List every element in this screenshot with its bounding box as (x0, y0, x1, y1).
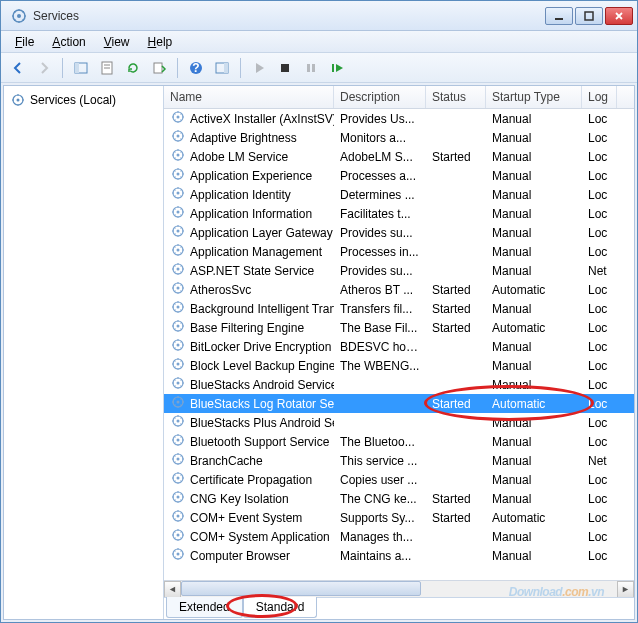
service-row[interactable]: Certificate PropagationCopies user ...Ma… (164, 470, 634, 489)
service-status: Started (426, 510, 486, 526)
scroll-thumb[interactable] (181, 581, 421, 596)
service-row[interactable]: Application ManagementProcesses in...Man… (164, 242, 634, 261)
export-list-button[interactable] (148, 57, 170, 79)
service-status (426, 479, 486, 481)
service-status (426, 251, 486, 253)
service-row[interactable]: Background Intelligent Transf...Transfer… (164, 299, 634, 318)
service-row[interactable]: Application IdentityDetermines ...Manual… (164, 185, 634, 204)
service-description: Transfers fil... (334, 301, 426, 317)
services-app-icon (11, 8, 27, 24)
service-row[interactable]: ActiveX Installer (AxInstSV)Provides Us.… (164, 109, 634, 128)
service-name: BranchCache (190, 454, 263, 468)
service-row[interactable]: BitLocker Drive Encryption Ser...BDESVC … (164, 337, 634, 356)
menu-help[interactable]: Help (140, 33, 181, 51)
service-row[interactable]: COM+ System ApplicationManages th...Manu… (164, 527, 634, 546)
service-row[interactable]: Adaptive BrightnessMonitors a...ManualLo… (164, 128, 634, 147)
service-log-on-as: Loc (582, 282, 617, 298)
menu-file[interactable]: File (7, 33, 42, 51)
tab-standard[interactable]: Standard (243, 597, 318, 618)
service-log-on-as: Loc (582, 244, 617, 260)
service-log-on-as: Loc (582, 396, 617, 412)
service-row[interactable]: BlueStacks Android ServiceManualLoc (164, 375, 634, 394)
pause-service-button[interactable] (300, 57, 322, 79)
service-log-on-as: Loc (582, 130, 617, 146)
service-description: AdobeLM S... (334, 149, 426, 165)
service-row[interactable]: Computer BrowserMaintains a...ManualLoc (164, 546, 634, 565)
service-name: BlueStacks Plus Android Servi... (190, 416, 334, 430)
tree-root-services-local[interactable]: Services (Local) (6, 90, 161, 110)
service-status: Started (426, 396, 486, 412)
service-gear-icon (170, 166, 186, 185)
service-row[interactable]: Application InformationFacilitates t...M… (164, 204, 634, 223)
column-header-startup-type[interactable]: Startup Type (486, 86, 582, 108)
service-status (426, 232, 486, 234)
help-button[interactable]: ? (185, 57, 207, 79)
service-gear-icon (170, 261, 186, 280)
service-row[interactable]: AtherosSvcAtheros BT ...StartedAutomatic… (164, 280, 634, 299)
titlebar[interactable]: Services (1, 1, 637, 31)
show-hide-action-pane-button[interactable] (211, 57, 233, 79)
svg-point-65 (177, 534, 180, 537)
service-row[interactable]: Block Level Backup Engine Ser...The WBEN… (164, 356, 634, 375)
service-row[interactable]: Bluetooth Support ServiceThe Bluetoo...M… (164, 432, 634, 451)
scroll-track[interactable] (181, 581, 617, 598)
start-service-button[interactable] (248, 57, 270, 79)
tab-extended[interactable]: Extended (166, 597, 243, 618)
service-row[interactable]: Adobe LM ServiceAdobeLM S...StartedManua… (164, 147, 634, 166)
tree-pane[interactable]: Services (Local) (4, 86, 164, 619)
restart-service-button[interactable] (326, 57, 348, 79)
service-list[interactable]: ActiveX Installer (AxInstSV)Provides Us.… (164, 109, 634, 580)
menu-action[interactable]: Action (44, 33, 93, 51)
service-description: Copies user ... (334, 472, 426, 488)
minimize-button[interactable] (545, 7, 573, 25)
service-row[interactable]: Application Layer Gateway Ser...Provides… (164, 223, 634, 242)
service-status (426, 118, 486, 120)
service-name: Certificate Propagation (190, 473, 312, 487)
scroll-left-button[interactable]: ◄ (164, 581, 181, 598)
service-row[interactable]: Application ExperienceProcesses a...Manu… (164, 166, 634, 185)
scroll-right-button[interactable]: ► (617, 581, 634, 598)
service-startup-type: Manual (486, 225, 582, 241)
svg-point-25 (177, 154, 180, 157)
svg-point-21 (177, 116, 180, 119)
svg-rect-14 (281, 64, 289, 72)
service-startup-type: Manual (486, 206, 582, 222)
svg-rect-16 (312, 64, 315, 72)
service-gear-icon (170, 280, 186, 299)
svg-point-19 (17, 99, 20, 102)
column-header-name[interactable]: Name (164, 86, 334, 108)
service-description: Provides Us... (334, 111, 426, 127)
service-name: Adobe LM Service (190, 150, 288, 164)
service-row[interactable]: BlueStacks Log Rotator ServiceStartedAut… (164, 394, 634, 413)
service-row[interactable]: BlueStacks Plus Android Servi...ManualLo… (164, 413, 634, 432)
refresh-button[interactable] (122, 57, 144, 79)
service-name: BlueStacks Log Rotator Service (190, 397, 334, 411)
service-log-on-as: Loc (582, 548, 617, 564)
forward-button[interactable] (33, 57, 55, 79)
service-description (334, 403, 426, 405)
menu-view[interactable]: View (96, 33, 138, 51)
column-header-description[interactable]: Description (334, 86, 426, 108)
service-row[interactable]: BranchCacheThis service ...ManualNet (164, 451, 634, 470)
horizontal-scrollbar[interactable]: ◄ ► (164, 580, 634, 597)
properties-button[interactable] (96, 57, 118, 79)
service-name: Adaptive Brightness (190, 131, 297, 145)
service-name: Base Filtering Engine (190, 321, 304, 335)
service-gear-icon (170, 546, 186, 565)
close-button[interactable] (605, 7, 633, 25)
service-row[interactable]: COM+ Event SystemSupports Sy...StartedAu… (164, 508, 634, 527)
show-hide-tree-button[interactable] (70, 57, 92, 79)
column-header-status[interactable]: Status (426, 86, 486, 108)
service-gear-icon (170, 451, 186, 470)
svg-point-35 (177, 249, 180, 252)
service-row[interactable]: Base Filtering EngineThe Base Fil...Star… (164, 318, 634, 337)
service-row[interactable]: ASP.NET State ServiceProvides su...Manua… (164, 261, 634, 280)
service-status (426, 346, 486, 348)
service-description: Processes a... (334, 168, 426, 184)
back-button[interactable] (7, 57, 29, 79)
column-header-log[interactable]: Log (582, 86, 617, 108)
stop-service-button[interactable] (274, 57, 296, 79)
svg-rect-15 (307, 64, 310, 72)
service-row[interactable]: CNG Key IsolationThe CNG ke...StartedMan… (164, 489, 634, 508)
maximize-button[interactable] (575, 7, 603, 25)
